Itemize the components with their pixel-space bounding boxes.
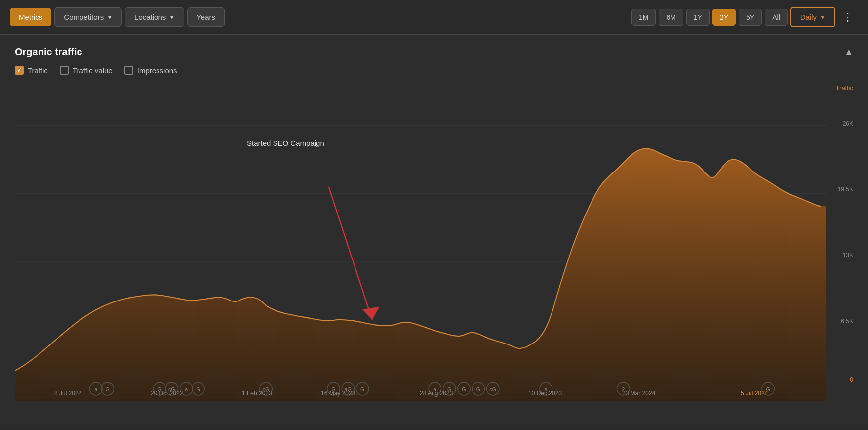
years-button[interactable]: Years (187, 7, 225, 27)
annotation-text: Started SEO Campaign (247, 139, 324, 147)
metrics-button[interactable]: Metrics (10, 8, 51, 26)
svg-text:G: G (196, 386, 200, 392)
toolbar-right: 1M 6M 1Y 2Y 5Y All Daily ▼ ⋮ (631, 7, 858, 27)
svg-text:G: G (462, 386, 466, 392)
chevron-down-icon: ▼ (820, 14, 826, 21)
x-label-feb2023: 1 Feb 2023 (242, 390, 272, 397)
svg-text:a: a (185, 386, 188, 392)
competitors-button[interactable]: Competitors ▼ (54, 7, 122, 27)
y-label-0: 0 (850, 376, 853, 383)
daily-label: Daily (800, 13, 817, 21)
toolbar: Metrics Competitors ▼ Locations ▼ Years … (0, 0, 868, 35)
chevron-down-icon: ▼ (107, 14, 113, 21)
locations-label: Locations (134, 13, 166, 21)
traffic-label: Traffic (28, 66, 48, 75)
legend: Traffic Traffic value Impressions (15, 66, 853, 75)
x-label-jul2024: 5 Jul 2024 (741, 390, 768, 397)
traffic-value-checkbox[interactable] (60, 66, 69, 75)
x-label-jul2022: 8 Jul 2022 (54, 390, 81, 397)
y-label-13k: 13K (843, 252, 853, 258)
x-label-dec2023: 10 Dec 2023 (528, 390, 562, 397)
time-6m-button[interactable]: 6M (659, 9, 683, 26)
daily-button[interactable]: Daily ▼ (790, 7, 835, 27)
x-label-may2023: 16 May 2023 (321, 390, 355, 397)
chart-area: Traffic a (15, 85, 853, 412)
competitors-label: Competitors (64, 13, 104, 21)
x-label-aug2023: 28 Aug 2023 (420, 390, 453, 397)
legend-item-traffic: Traffic (15, 66, 48, 75)
section-title: Organic traffic (15, 46, 82, 58)
chevron-down-icon: ▼ (169, 14, 175, 21)
y-label-195k: 19.5K (838, 186, 853, 193)
more-options-button[interactable]: ⋮ (838, 9, 858, 26)
chart-svg: a G G cG a G cG G aG G a (15, 85, 826, 412)
time-5y-button[interactable]: 5Y (739, 9, 762, 26)
legend-item-traffic-value: Traffic value (60, 66, 113, 75)
svg-marker-6 (362, 307, 379, 320)
x-label-mar2024: 23 Mar 2024 (622, 390, 655, 397)
time-2y-button[interactable]: 2Y (712, 9, 736, 26)
traffic-value-label: Traffic value (73, 66, 113, 75)
chart-container: Organic traffic ▲ Traffic Traffic value … (0, 35, 868, 428)
impressions-checkbox[interactable] (124, 66, 133, 75)
y-axis-title: Traffic (836, 85, 853, 92)
toolbar-left: Metrics Competitors ▼ Locations ▼ Years (10, 7, 225, 27)
svg-text:a: a (94, 386, 98, 392)
svg-text:G: G (476, 386, 480, 392)
svg-text:G: G (360, 386, 364, 392)
section-header: Organic traffic ▲ (15, 46, 853, 58)
svg-text:cG: cG (489, 386, 496, 392)
y-label-26k: 26K (843, 120, 853, 127)
traffic-checkbox[interactable] (15, 66, 24, 75)
collapse-button[interactable]: ▲ (844, 47, 853, 57)
impressions-label: Impressions (137, 66, 177, 75)
time-1y-button[interactable]: 1Y (686, 9, 710, 26)
svg-text:G: G (106, 386, 110, 392)
x-label-oct2022: 20 Oct 2022 (151, 390, 183, 397)
time-all-button[interactable]: All (765, 9, 788, 26)
y-label-65k: 6.5K (841, 318, 853, 325)
locations-button[interactable]: Locations ▼ (125, 7, 184, 27)
legend-item-impressions: Impressions (124, 66, 177, 75)
time-1m-button[interactable]: 1M (631, 9, 656, 26)
svg-line-5 (329, 187, 372, 320)
